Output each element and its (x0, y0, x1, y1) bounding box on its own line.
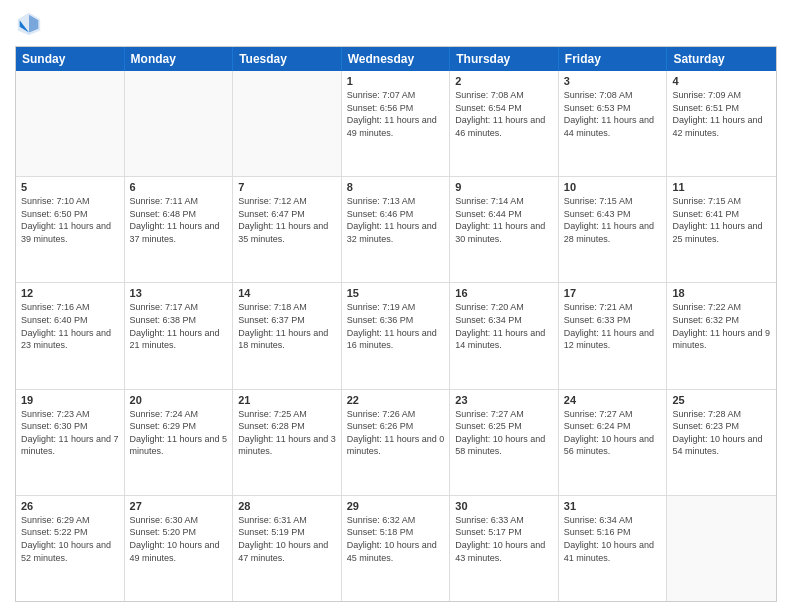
day-info: Sunrise: 7:14 AM Sunset: 6:44 PM Dayligh… (455, 195, 553, 245)
day-cell-13: 13Sunrise: 7:17 AM Sunset: 6:38 PM Dayli… (125, 283, 234, 388)
logo (15, 10, 47, 38)
day-cell-12: 12Sunrise: 7:16 AM Sunset: 6:40 PM Dayli… (16, 283, 125, 388)
day-info: Sunrise: 6:33 AM Sunset: 5:17 PM Dayligh… (455, 514, 553, 564)
day-cell-8: 8Sunrise: 7:13 AM Sunset: 6:46 PM Daylig… (342, 177, 451, 282)
day-number: 26 (21, 500, 119, 512)
day-info: Sunrise: 7:22 AM Sunset: 6:32 PM Dayligh… (672, 301, 771, 351)
day-header-thursday: Thursday (450, 47, 559, 71)
day-number: 27 (130, 500, 228, 512)
day-number: 16 (455, 287, 553, 299)
day-cell-2: 2Sunrise: 7:08 AM Sunset: 6:54 PM Daylig… (450, 71, 559, 176)
day-number: 25 (672, 394, 771, 406)
day-number: 19 (21, 394, 119, 406)
day-info: Sunrise: 7:18 AM Sunset: 6:37 PM Dayligh… (238, 301, 336, 351)
day-info: Sunrise: 7:17 AM Sunset: 6:38 PM Dayligh… (130, 301, 228, 351)
day-number: 21 (238, 394, 336, 406)
day-number: 6 (130, 181, 228, 193)
day-number: 8 (347, 181, 445, 193)
day-info: Sunrise: 7:16 AM Sunset: 6:40 PM Dayligh… (21, 301, 119, 351)
day-cell-16: 16Sunrise: 7:20 AM Sunset: 6:34 PM Dayli… (450, 283, 559, 388)
day-cell-29: 29Sunrise: 6:32 AM Sunset: 5:18 PM Dayli… (342, 496, 451, 601)
calendar-week-1: 1Sunrise: 7:07 AM Sunset: 6:56 PM Daylig… (16, 71, 776, 177)
day-number: 24 (564, 394, 662, 406)
day-cell-25: 25Sunrise: 7:28 AM Sunset: 6:23 PM Dayli… (667, 390, 776, 495)
calendar: SundayMondayTuesdayWednesdayThursdayFrid… (15, 46, 777, 602)
day-number: 20 (130, 394, 228, 406)
empty-cell (667, 496, 776, 601)
day-info: Sunrise: 7:07 AM Sunset: 6:56 PM Dayligh… (347, 89, 445, 139)
day-info: Sunrise: 7:26 AM Sunset: 6:26 PM Dayligh… (347, 408, 445, 458)
day-cell-3: 3Sunrise: 7:08 AM Sunset: 6:53 PM Daylig… (559, 71, 668, 176)
day-cell-10: 10Sunrise: 7:15 AM Sunset: 6:43 PM Dayli… (559, 177, 668, 282)
day-info: Sunrise: 6:32 AM Sunset: 5:18 PM Dayligh… (347, 514, 445, 564)
day-number: 5 (21, 181, 119, 193)
day-cell-23: 23Sunrise: 7:27 AM Sunset: 6:25 PM Dayli… (450, 390, 559, 495)
day-info: Sunrise: 7:12 AM Sunset: 6:47 PM Dayligh… (238, 195, 336, 245)
day-number: 15 (347, 287, 445, 299)
calendar-body: 1Sunrise: 7:07 AM Sunset: 6:56 PM Daylig… (16, 71, 776, 601)
day-info: Sunrise: 6:30 AM Sunset: 5:20 PM Dayligh… (130, 514, 228, 564)
calendar-week-4: 19Sunrise: 7:23 AM Sunset: 6:30 PM Dayli… (16, 390, 776, 496)
day-header-friday: Friday (559, 47, 668, 71)
day-cell-1: 1Sunrise: 7:07 AM Sunset: 6:56 PM Daylig… (342, 71, 451, 176)
day-number: 14 (238, 287, 336, 299)
day-info: Sunrise: 7:09 AM Sunset: 6:51 PM Dayligh… (672, 89, 771, 139)
day-info: Sunrise: 7:13 AM Sunset: 6:46 PM Dayligh… (347, 195, 445, 245)
calendar-week-3: 12Sunrise: 7:16 AM Sunset: 6:40 PM Dayli… (16, 283, 776, 389)
day-cell-20: 20Sunrise: 7:24 AM Sunset: 6:29 PM Dayli… (125, 390, 234, 495)
day-info: Sunrise: 6:34 AM Sunset: 5:16 PM Dayligh… (564, 514, 662, 564)
day-header-wednesday: Wednesday (342, 47, 451, 71)
day-number: 4 (672, 75, 771, 87)
day-cell-17: 17Sunrise: 7:21 AM Sunset: 6:33 PM Dayli… (559, 283, 668, 388)
day-cell-30: 30Sunrise: 6:33 AM Sunset: 5:17 PM Dayli… (450, 496, 559, 601)
day-number: 7 (238, 181, 336, 193)
day-number: 12 (21, 287, 119, 299)
day-cell-26: 26Sunrise: 6:29 AM Sunset: 5:22 PM Dayli… (16, 496, 125, 601)
day-cell-18: 18Sunrise: 7:22 AM Sunset: 6:32 PM Dayli… (667, 283, 776, 388)
day-number: 18 (672, 287, 771, 299)
day-info: Sunrise: 7:24 AM Sunset: 6:29 PM Dayligh… (130, 408, 228, 458)
empty-cell (16, 71, 125, 176)
day-info: Sunrise: 7:25 AM Sunset: 6:28 PM Dayligh… (238, 408, 336, 458)
day-cell-21: 21Sunrise: 7:25 AM Sunset: 6:28 PM Dayli… (233, 390, 342, 495)
day-number: 29 (347, 500, 445, 512)
day-info: Sunrise: 7:28 AM Sunset: 6:23 PM Dayligh… (672, 408, 771, 458)
day-number: 22 (347, 394, 445, 406)
day-info: Sunrise: 6:31 AM Sunset: 5:19 PM Dayligh… (238, 514, 336, 564)
day-cell-14: 14Sunrise: 7:18 AM Sunset: 6:37 PM Dayli… (233, 283, 342, 388)
calendar-week-2: 5Sunrise: 7:10 AM Sunset: 6:50 PM Daylig… (16, 177, 776, 283)
day-info: Sunrise: 7:19 AM Sunset: 6:36 PM Dayligh… (347, 301, 445, 351)
day-info: Sunrise: 7:11 AM Sunset: 6:48 PM Dayligh… (130, 195, 228, 245)
day-number: 31 (564, 500, 662, 512)
calendar-header: SundayMondayTuesdayWednesdayThursdayFrid… (16, 47, 776, 71)
day-number: 1 (347, 75, 445, 87)
day-cell-9: 9Sunrise: 7:14 AM Sunset: 6:44 PM Daylig… (450, 177, 559, 282)
day-info: Sunrise: 7:08 AM Sunset: 6:53 PM Dayligh… (564, 89, 662, 139)
day-number: 2 (455, 75, 553, 87)
day-header-tuesday: Tuesday (233, 47, 342, 71)
day-cell-11: 11Sunrise: 7:15 AM Sunset: 6:41 PM Dayli… (667, 177, 776, 282)
day-header-sunday: Sunday (16, 47, 125, 71)
logo-icon (15, 10, 43, 38)
day-cell-31: 31Sunrise: 6:34 AM Sunset: 5:16 PM Dayli… (559, 496, 668, 601)
day-number: 28 (238, 500, 336, 512)
day-number: 17 (564, 287, 662, 299)
day-cell-5: 5Sunrise: 7:10 AM Sunset: 6:50 PM Daylig… (16, 177, 125, 282)
day-cell-7: 7Sunrise: 7:12 AM Sunset: 6:47 PM Daylig… (233, 177, 342, 282)
day-cell-19: 19Sunrise: 7:23 AM Sunset: 6:30 PM Dayli… (16, 390, 125, 495)
day-number: 13 (130, 287, 228, 299)
day-header-monday: Monday (125, 47, 234, 71)
day-info: Sunrise: 7:23 AM Sunset: 6:30 PM Dayligh… (21, 408, 119, 458)
day-info: Sunrise: 7:27 AM Sunset: 6:24 PM Dayligh… (564, 408, 662, 458)
day-number: 11 (672, 181, 771, 193)
day-info: Sunrise: 7:10 AM Sunset: 6:50 PM Dayligh… (21, 195, 119, 245)
day-number: 9 (455, 181, 553, 193)
day-info: Sunrise: 7:15 AM Sunset: 6:41 PM Dayligh… (672, 195, 771, 245)
day-number: 3 (564, 75, 662, 87)
day-cell-28: 28Sunrise: 6:31 AM Sunset: 5:19 PM Dayli… (233, 496, 342, 601)
page-header (15, 10, 777, 38)
empty-cell (125, 71, 234, 176)
day-info: Sunrise: 7:15 AM Sunset: 6:43 PM Dayligh… (564, 195, 662, 245)
day-info: Sunrise: 7:27 AM Sunset: 6:25 PM Dayligh… (455, 408, 553, 458)
empty-cell (233, 71, 342, 176)
